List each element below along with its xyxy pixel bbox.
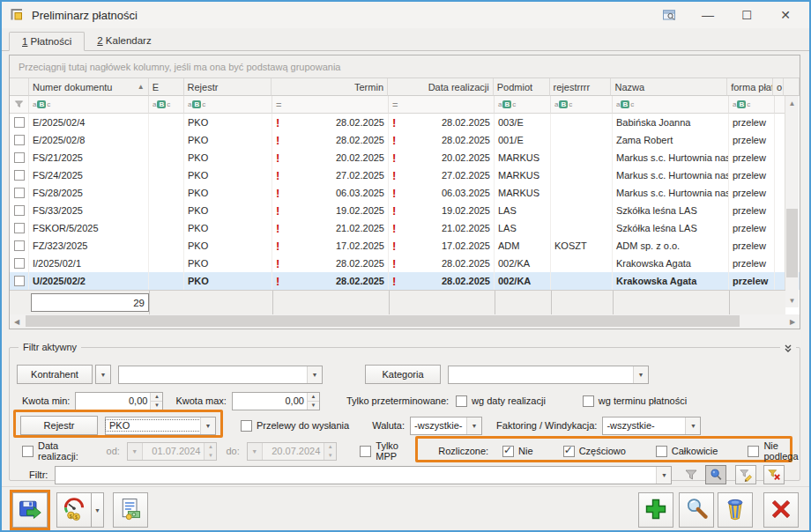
filter-funnel-icon[interactable] [10, 96, 29, 114]
spinner-arrows[interactable]: ▲▼ [307, 393, 319, 410]
column-header-Rejestr[interactable]: Rejestr [184, 78, 272, 96]
maximize-button[interactable]: ☐ [730, 4, 763, 26]
spinner-arrows[interactable]: ▲▼ [204, 443, 216, 460]
chevron-down-icon[interactable]: ▼ [685, 417, 700, 434]
abc-filter-icon[interactable]: aBc [551, 96, 613, 114]
abc-filter-icon[interactable]: aBc [495, 96, 551, 114]
table-row[interactable]: I/2025/02/1PKO!28.02.2025!28.02.2025002/… [10, 255, 800, 272]
row-checkbox[interactable] [14, 135, 25, 145]
column-header-Termin[interactable]: Termin [272, 78, 388, 96]
rozliczone-option-nie-podlega[interactable]: Nie podlega [748, 440, 800, 462]
chevron-down-icon[interactable]: ▼ [200, 417, 215, 434]
scroll-left-icon[interactable]: ◀ [10, 314, 24, 329]
mpp-checkbox[interactable]: Tylko MPP [360, 440, 419, 462]
row-checkbox[interactable] [14, 240, 25, 251]
kontrahent-button[interactable]: Kontrahent [17, 365, 93, 384]
checkbox[interactable] [563, 446, 575, 457]
checkbox[interactable] [502, 446, 514, 457]
checkbox[interactable] [583, 395, 594, 407]
scroll-down-icon[interactable]: ▼ [785, 293, 799, 307]
kwota-max-input[interactable]: 0,00 ▲▼ [232, 392, 320, 410]
checkbox[interactable] [748, 446, 759, 457]
chevron-down-icon[interactable]: ▼ [656, 467, 671, 484]
filter-funnel-icon[interactable] [681, 465, 702, 484]
group-by-panel[interactable]: Przeciągnij tutaj nagłówek kolumny, jeśl… [10, 55, 800, 78]
table-row[interactable]: FS/21/2025PKO!20.02.2025!20.02.2025MARKU… [10, 149, 800, 166]
abc-filter-icon[interactable]: aBc [29, 96, 149, 114]
kontrahent-combobox[interactable]: ▼ [118, 366, 323, 384]
checkbox[interactable] [656, 446, 667, 457]
column-header-Nazwa[interactable]: Nazwa [611, 78, 727, 96]
column-header-select[interactable] [10, 78, 29, 96]
pin-filter-icon[interactable] [705, 465, 726, 484]
column-header-forma płatn...[interactable]: forma płatn... [727, 78, 773, 96]
payment-report-button[interactable] [113, 492, 148, 528]
calendar-dropdown-icon[interactable]: ▼ [248, 443, 263, 460]
row-checkbox[interactable] [14, 205, 25, 216]
data-realizacji-checkbox[interactable]: Data realizacji: [22, 440, 98, 462]
row-checkbox[interactable] [14, 223, 25, 233]
row-checkbox[interactable] [14, 188, 25, 198]
abc-filter-icon[interactable]: aBc [184, 96, 272, 114]
chevron-down-icon[interactable]: ▼ [633, 366, 648, 383]
kontrahent-type-dropdown[interactable]: ▼ [95, 365, 111, 384]
column-header-rejestrrrr[interactable]: rejestrrrr [550, 78, 612, 96]
wg-terminu-checkbox[interactable]: wg terminu płatności [583, 395, 687, 407]
scroll-right-icon[interactable]: ▶ [785, 314, 800, 329]
vertical-scroll-thumb[interactable] [786, 209, 798, 277]
column-header-o[interactable]: o [773, 78, 784, 96]
row-checkbox[interactable] [14, 258, 25, 269]
calendar-dropdown-icon[interactable]: ▼ [128, 443, 143, 460]
column-header-Podmiot[interactable]: Podmiot [494, 78, 550, 96]
kategoria-combobox[interactable]: ▼ [448, 366, 649, 384]
scroll-up-icon[interactable]: ▲ [785, 96, 799, 110]
horizontal-scroll-thumb[interactable] [26, 315, 740, 327]
horizontal-scrollbar[interactable]: ◀ ▶ [10, 314, 800, 329]
tab-kalendarz[interactable]: 2 Kalendarz [85, 31, 163, 50]
dock-window-icon[interactable] [652, 4, 686, 26]
kwota-min-input[interactable]: 0,00 ▲▼ [75, 392, 163, 410]
waluta-combobox[interactable]: -wszystkie- ▼ [410, 417, 482, 435]
spinner-arrows[interactable]: ▲▼ [150, 393, 162, 410]
od-date-input[interactable]: ▼ 01.07.2024 ▲▼ [127, 442, 218, 461]
clear-filter-icon[interactable] [763, 465, 785, 484]
table-row[interactable]: FS/24/2025PKO!27.02.2025!27.02.2025MARKU… [10, 166, 800, 184]
checkbox[interactable] [360, 446, 371, 457]
row-checkbox[interactable] [14, 276, 25, 286]
column-header-Numer dokumentu[interactable]: Numer dokumentu▲ [29, 78, 149, 96]
checkbox[interactable] [456, 395, 467, 407]
table-row[interactable]: FZ/323/2025PKO!17.02.2025!17.02.2025ADMK… [10, 237, 800, 255]
rejestr-button[interactable]: Rejestr [20, 416, 98, 435]
minimize-button[interactable]: — [691, 4, 725, 26]
vertical-scrollbar[interactable]: ▲ ▼ [785, 96, 799, 307]
exchange-rates-dropdown[interactable]: ▼ [92, 492, 104, 528]
checkbox[interactable] [241, 420, 252, 432]
filtr-combobox[interactable]: ▼ [55, 466, 672, 484]
collapse-panel-icon[interactable] [780, 343, 796, 355]
chevron-down-icon[interactable]: ▼ [466, 417, 481, 434]
table-row[interactable]: FSKOR/5/2025PKO!21.02.2025!21.02.2025LAS… [10, 219, 800, 237]
abc-filter-icon[interactable]: aBc [149, 96, 184, 114]
rozliczone-option-nie[interactable]: Nie [502, 440, 533, 462]
filter-builder-icon[interactable] [735, 465, 756, 484]
faktoring-combobox[interactable]: -wszystkie- ▼ [602, 417, 701, 435]
wg-daty-checkbox[interactable]: wg daty realizacji [456, 395, 546, 407]
column-header-Data realizacji[interactable]: Data realizacji [388, 78, 494, 96]
close-button[interactable]: ✕ [769, 4, 802, 26]
rejestr-combobox[interactable]: PKO ▼ [105, 417, 216, 435]
add-button[interactable] [638, 492, 673, 528]
table-row[interactable]: FS/33/2025PKO!19.02.2025!19.02.2025LASSz… [10, 202, 800, 219]
tab-platnosci[interactable]: 1 Płatności [9, 32, 85, 51]
table-row[interactable]: E/2025/02/4PKO!28.02.2025!28.02.2025003/… [10, 114, 800, 131]
close-window-button[interactable] [763, 492, 799, 528]
equals-filter-icon[interactable]: = [272, 96, 389, 114]
row-checkbox[interactable] [14, 170, 25, 181]
row-checkbox[interactable] [14, 117, 25, 128]
checkbox[interactable] [22, 446, 33, 457]
rozliczone-option-częściowo[interactable]: Częściowo [563, 440, 626, 462]
kategoria-button[interactable]: Kategoria [365, 365, 441, 384]
do-date-input[interactable]: ▼ 20.07.2024 ▲▼ [247, 442, 338, 461]
table-row[interactable]: E/2025/02/8PKO!28.02.2025!28.02.2025001/… [10, 131, 800, 149]
delete-button[interactable] [718, 492, 753, 528]
exchange-rates-button[interactable]: $$ [56, 492, 92, 528]
